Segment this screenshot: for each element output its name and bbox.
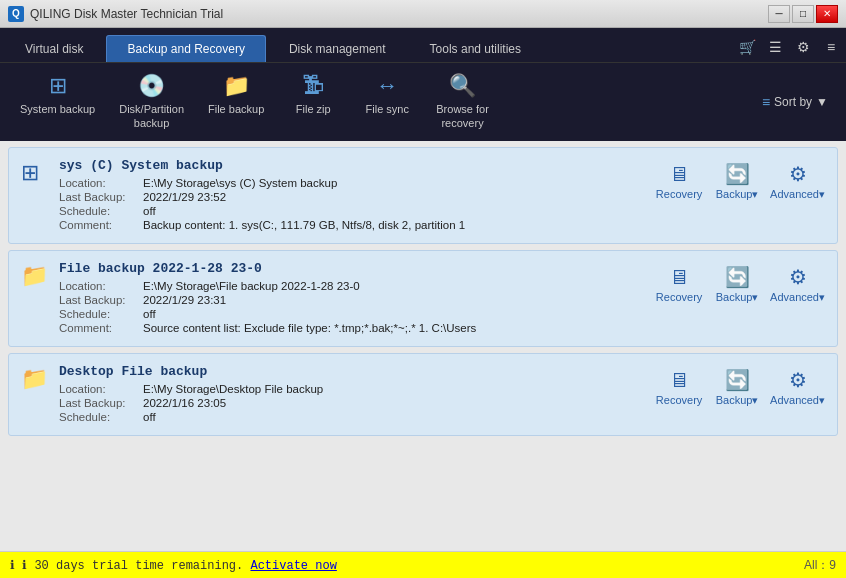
settings-icon[interactable]: ⚙: [792, 36, 814, 58]
advanced-label-1: Advanced▾: [770, 291, 825, 304]
schedule-value-0: off: [143, 205, 156, 217]
backup-btn-0[interactable]: 🔄 Backup▾: [712, 162, 762, 201]
status-message: ℹ ℹ 30 days trial time remaining. Activa…: [10, 558, 337, 573]
comment-value-0: Backup content: 1. sys(C:, 111.79 GB, Nt…: [143, 219, 465, 231]
card-actions-desktop: 🖥 Recovery 🔄 Backup▾ ⚙ Advanced▾: [654, 364, 825, 407]
maximize-button[interactable]: □: [792, 5, 814, 23]
tool-file-sync[interactable]: ↔ File sync: [352, 69, 422, 135]
toolbar-items: ⊞ System backup 💿 Disk/Partitionbackup 📁…: [10, 69, 499, 135]
file-sync-icon: ↔: [376, 73, 398, 99]
browse-recovery-icon: 🔍: [449, 73, 476, 99]
card-lastbackup-row-0: Last Backup: 2022/1/29 23:52: [59, 191, 654, 203]
menu-icon[interactable]: ≡: [820, 36, 842, 58]
tool-browse-recovery-label: Browse forrecovery: [436, 102, 489, 131]
card-left-sys-c: ⊞ sys (C) System backup Location: E:\My …: [21, 158, 654, 233]
recovery-btn-2[interactable]: 🖥 Recovery: [654, 369, 704, 406]
activate-link[interactable]: Activate now: [250, 559, 336, 573]
tab-list: Virtual disk Backup and Recovery Disk ma…: [4, 35, 544, 62]
recovery-icon-2: 🖥: [669, 369, 689, 392]
file-backup-icon: 📁: [223, 73, 250, 99]
advanced-icon-1: ⚙: [789, 265, 807, 289]
disk-partition-icon: 💿: [138, 73, 165, 99]
backup-icon-2: 🔄: [725, 368, 750, 392]
advanced-icon-0: ⚙: [789, 162, 807, 186]
card-title-desktop: Desktop File backup: [59, 364, 654, 379]
card-location-row-1: Location: E:\My Storage\File backup 2022…: [59, 280, 654, 292]
schedule-label-0: Schedule:: [59, 205, 139, 217]
lastbackup-label-0: Last Backup:: [59, 191, 139, 203]
sort-icon: ≡: [762, 94, 770, 110]
file-zip-icon: 🗜: [302, 73, 324, 99]
backup-list[interactable]: ⊞ sys (C) System backup Location: E:\My …: [0, 141, 846, 551]
card-actions-sys-c: 🖥 Recovery 🔄 Backup▾ ⚙ Advanced▾: [654, 158, 825, 201]
comment-label-0: Comment:: [59, 219, 139, 231]
location-label-1: Location:: [59, 280, 139, 292]
advanced-btn-1[interactable]: ⚙ Advanced▾: [770, 265, 825, 304]
backup-type-icon-sys-c: ⊞: [21, 160, 49, 233]
location-label-0: Location:: [59, 177, 139, 189]
advanced-btn-0[interactable]: ⚙ Advanced▾: [770, 162, 825, 201]
recovery-label-0: Recovery: [656, 188, 702, 200]
title-bar: Q QILING Disk Master Technician Trial ─ …: [0, 0, 846, 28]
recovery-btn-1[interactable]: 🖥 Recovery: [654, 266, 704, 303]
comment-label-1: Comment:: [59, 322, 139, 334]
recovery-btn-0[interactable]: 🖥 Recovery: [654, 163, 704, 200]
tool-browse-recovery[interactable]: 🔍 Browse forrecovery: [426, 69, 499, 135]
card-title-sys-c: sys (C) System backup: [59, 158, 654, 173]
card-schedule-row-1: Schedule: off: [59, 308, 654, 320]
schedule-label-1: Schedule:: [59, 308, 139, 320]
backup-icon-0: 🔄: [725, 162, 750, 186]
status-count: All：9: [804, 557, 836, 574]
backup-label-2: Backup▾: [716, 394, 759, 407]
location-label-2: Location:: [59, 383, 139, 395]
tool-file-zip[interactable]: 🗜 File zip: [278, 69, 348, 135]
card-location-row-2: Location: E:\My Storage\Desktop File bac…: [59, 383, 654, 395]
app-icon: Q: [8, 6, 24, 22]
window-controls: ─ □ ✕: [768, 5, 838, 23]
tool-system-backup[interactable]: ⊞ System backup: [10, 69, 105, 135]
minimize-button[interactable]: ─: [768, 5, 790, 23]
main-tab-bar: Virtual disk Backup and Recovery Disk ma…: [0, 28, 846, 62]
sort-arrow-icon: ▼: [816, 95, 828, 109]
backup-label-1: Backup▾: [716, 291, 759, 304]
backup-card-sys-c: ⊞ sys (C) System backup Location: E:\My …: [8, 147, 838, 244]
tool-file-zip-label: File zip: [296, 102, 331, 116]
lastbackup-label-1: Last Backup:: [59, 294, 139, 306]
card-location-row-0: Location: E:\My Storage\sys (C) System b…: [59, 177, 654, 189]
card-comment-row-0: Comment: Backup content: 1. sys(C:, 111.…: [59, 219, 654, 231]
backup-label-0: Backup▾: [716, 188, 759, 201]
tool-file-backup-label: File backup: [208, 102, 264, 116]
backup-btn-1[interactable]: 🔄 Backup▾: [712, 265, 762, 304]
advanced-label-0: Advanced▾: [770, 188, 825, 201]
tab-backup-recovery[interactable]: Backup and Recovery: [106, 35, 265, 62]
recovery-icon-0: 🖥: [669, 163, 689, 186]
cart-icon[interactable]: 🛒: [736, 36, 758, 58]
schedule-value-1: off: [143, 308, 156, 320]
tool-file-backup[interactable]: 📁 File backup: [198, 69, 274, 135]
sort-bar[interactable]: ≡ Sort by ▼: [762, 94, 836, 110]
card-schedule-row-0: Schedule: off: [59, 205, 654, 217]
schedule-label-2: Schedule:: [59, 411, 139, 423]
location-value-2: E:\My Storage\Desktop File backup: [143, 383, 323, 395]
list-icon[interactable]: ☰: [764, 36, 786, 58]
card-lastbackup-row-2: Last Backup: 2022/1/16 23:05: [59, 397, 654, 409]
schedule-value-2: off: [143, 411, 156, 423]
tab-virtual-disk[interactable]: Virtual disk: [4, 35, 104, 62]
close-button[interactable]: ✕: [816, 5, 838, 23]
lastbackup-label-2: Last Backup:: [59, 397, 139, 409]
backup-btn-2[interactable]: 🔄 Backup▾: [712, 368, 762, 407]
lastbackup-value-1: 2022/1/29 23:31: [143, 294, 226, 306]
tab-tools-utilities[interactable]: Tools and utilities: [409, 35, 542, 62]
advanced-btn-2[interactable]: ⚙ Advanced▾: [770, 368, 825, 407]
advanced-icon-2: ⚙: [789, 368, 807, 392]
sort-label: Sort by: [774, 95, 812, 109]
card-schedule-row-2: Schedule: off: [59, 411, 654, 423]
tab-disk-management[interactable]: Disk management: [268, 35, 407, 62]
tool-disk-partition-label: Disk/Partitionbackup: [119, 102, 184, 131]
backup-type-icon-desktop: 📁: [21, 366, 49, 425]
tool-disk-partition-backup[interactable]: 💿 Disk/Partitionbackup: [109, 69, 194, 135]
card-left-file-2022: 📁 File backup 2022-1-28 23-0 Location: E…: [21, 261, 654, 336]
card-actions-file-2022: 🖥 Recovery 🔄 Backup▾ ⚙ Advanced▾: [654, 261, 825, 304]
app-title: QILING Disk Master Technician Trial: [30, 7, 223, 21]
recovery-label-2: Recovery: [656, 394, 702, 406]
